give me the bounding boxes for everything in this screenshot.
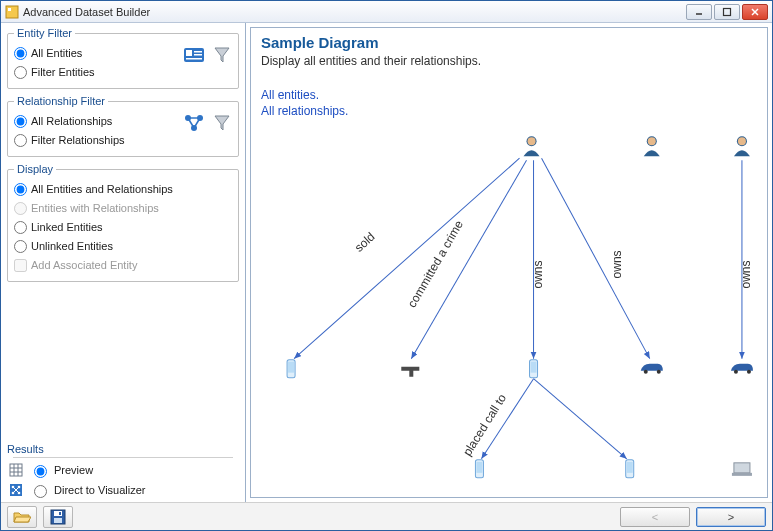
svg-rect-3	[724, 8, 731, 15]
results-preview-label: Preview	[54, 464, 93, 476]
back-button[interactable]: <	[620, 507, 690, 527]
side-panel: Entity Filter All Entities Filter Entiti…	[1, 23, 246, 502]
edge-call-label: placed call to	[460, 391, 509, 458]
main-area: Sample Diagram Display all entities and …	[246, 23, 772, 502]
display-linked-label: Linked Entities	[31, 221, 103, 233]
entity-card-icon[interactable]	[182, 43, 206, 67]
edge-owns1-label: owns	[531, 260, 545, 288]
svg-rect-10	[186, 58, 202, 60]
edge-owns2-label: owns	[610, 250, 624, 278]
close-button[interactable]	[742, 4, 768, 20]
phone-node-4[interactable]	[626, 460, 634, 478]
entity-filter-label: Filter Entities	[31, 66, 95, 78]
entity-all-label: All Entities	[31, 47, 82, 59]
entity-funnel-icon[interactable]	[210, 43, 234, 67]
body: Entity Filter All Entities Filter Entiti…	[1, 23, 772, 502]
rel-filter-label: Filter Relationships	[31, 134, 125, 146]
phone-node-3[interactable]	[475, 460, 483, 478]
edge-crime-label: committed a crime	[405, 218, 466, 310]
rel-all-label: All Relationships	[31, 115, 112, 127]
svg-rect-46	[54, 518, 62, 523]
results-legend: Results	[7, 443, 239, 455]
relationship-funnel-icon[interactable]	[210, 111, 234, 135]
svg-rect-9	[194, 54, 202, 56]
edge-sold-label: sold	[352, 230, 378, 255]
save-button[interactable]	[43, 506, 73, 528]
display-withrel-row: Entities with Relationships	[14, 199, 234, 217]
person-node-3[interactable]	[734, 136, 750, 156]
diagram-canvas[interactable]: sold committed a crime owns owns owns pl…	[251, 28, 767, 494]
entity-filter-group: Entity Filter All Entities Filter Entiti…	[7, 27, 239, 89]
results-preview-radio[interactable]	[34, 465, 47, 478]
results-direct-radio[interactable]	[34, 485, 47, 498]
svg-line-4	[752, 9, 758, 15]
svg-line-38	[411, 160, 526, 358]
display-all-radio[interactable]	[14, 183, 27, 196]
display-group: Display All Entities and Relationships E…	[7, 163, 239, 282]
window-buttons	[686, 4, 768, 20]
display-legend: Display	[14, 163, 56, 175]
edge-owns3-label: owns	[739, 260, 753, 288]
diagram-panel: Sample Diagram Display all entities and …	[250, 27, 768, 498]
app-window: { "window": { "title": "Advanced Dataset…	[0, 0, 773, 531]
entity-all-radio[interactable]	[14, 47, 27, 60]
svg-rect-1	[8, 8, 11, 11]
titlebar: Advanced Dataset Builder	[1, 1, 772, 23]
relationship-icon[interactable]	[182, 111, 206, 135]
results-preview-row[interactable]: Preview	[7, 460, 239, 480]
svg-rect-0	[6, 6, 18, 18]
display-linked-radio[interactable]	[14, 221, 27, 234]
rel-filter-radio[interactable]	[14, 134, 27, 147]
back-button-label: <	[652, 511, 658, 523]
visualizer-icon	[7, 483, 25, 497]
display-withrel-label: Entities with Relationships	[31, 202, 159, 214]
minimize-button[interactable]	[686, 4, 712, 20]
entity-filter-radio[interactable]	[14, 66, 27, 79]
next-button-label: >	[728, 511, 734, 523]
results-direct-row[interactable]: Direct to Visualizer	[7, 480, 239, 500]
svg-line-40	[542, 158, 650, 358]
car-node-2[interactable]	[731, 364, 753, 374]
phone-node-2[interactable]	[530, 360, 538, 378]
maximize-button[interactable]	[714, 4, 740, 20]
relationship-filter-group: Relationship Filter All Relationships Fi…	[7, 95, 239, 157]
floppy-disk-icon	[50, 509, 66, 525]
app-icon	[5, 5, 19, 19]
svg-line-43	[534, 379, 627, 459]
svg-rect-17	[10, 464, 22, 476]
footer: < >	[1, 502, 772, 530]
display-withrel-radio	[14, 202, 27, 215]
svg-line-15	[188, 118, 194, 128]
display-assoc-check	[14, 259, 27, 272]
car-node-1[interactable]	[641, 364, 663, 374]
gun-node[interactable]	[401, 367, 419, 377]
phone-node-1[interactable]	[287, 360, 295, 378]
display-assoc-label: Add Associated Entity	[31, 259, 137, 271]
next-button[interactable]: >	[696, 507, 766, 527]
results-group: Results Preview Direct to Visualizer	[7, 443, 239, 500]
person-node-2[interactable]	[644, 136, 660, 156]
svg-rect-7	[186, 50, 192, 56]
svg-line-16	[194, 118, 200, 128]
laptop-node[interactable]	[732, 463, 752, 476]
results-direct-label: Direct to Visualizer	[54, 484, 146, 496]
display-all-label: All Entities and Relationships	[31, 183, 173, 195]
relationship-filter-legend: Relationship Filter	[14, 95, 108, 107]
entity-filter-legend: Entity Filter	[14, 27, 75, 39]
rel-all-radio[interactable]	[14, 115, 27, 128]
svg-line-37	[294, 158, 519, 358]
svg-rect-47	[59, 512, 61, 515]
display-all-row[interactable]: All Entities and Relationships	[14, 180, 234, 198]
grid-icon	[7, 463, 25, 477]
display-assoc-row: Add Associated Entity	[14, 256, 234, 274]
folder-open-icon	[13, 510, 31, 524]
svg-line-5	[752, 9, 758, 15]
display-linked-row[interactable]: Linked Entities	[14, 218, 234, 236]
display-unlinked-radio[interactable]	[14, 240, 27, 253]
window-title: Advanced Dataset Builder	[23, 6, 686, 18]
svg-rect-8	[194, 51, 202, 53]
display-unlinked-row[interactable]: Unlinked Entities	[14, 237, 234, 255]
open-button[interactable]	[7, 506, 37, 528]
display-unlinked-label: Unlinked Entities	[31, 240, 113, 252]
person-node-1[interactable]	[524, 136, 540, 156]
